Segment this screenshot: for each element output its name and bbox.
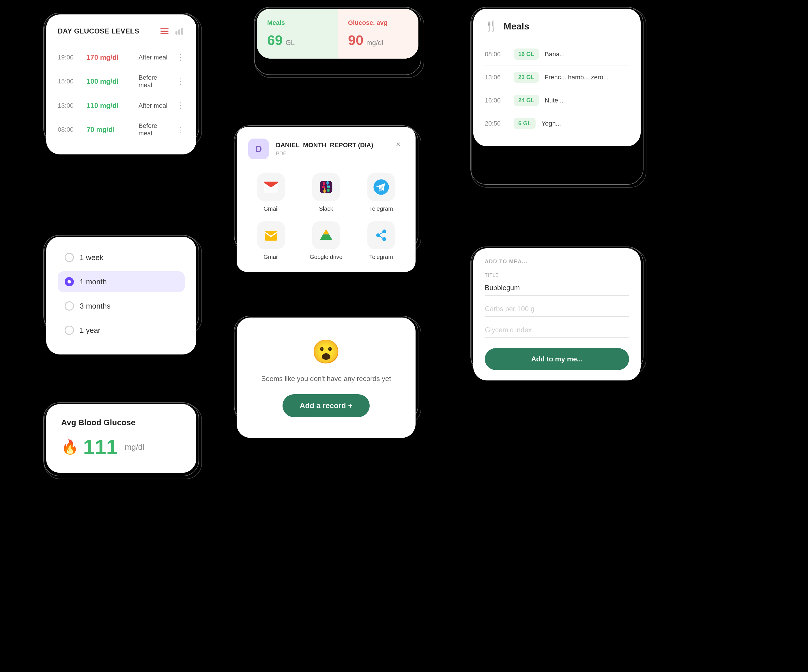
- radio-circle: [65, 277, 74, 286]
- gl-badge: 23 GL: [514, 72, 539, 83]
- empty-text: Seems like you don't have any records ye…: [261, 373, 391, 384]
- svg-rect-2: [160, 33, 169, 34]
- telegram-label: Telegram: [369, 206, 393, 212]
- svg-line-13: [378, 232, 384, 235]
- glucose-time: 15:00: [58, 78, 81, 85]
- share-dialog-card: D DANIEL_MONTH_REPORT (DIA) PDF × Gmail: [237, 127, 416, 272]
- meals-list-title: Meals: [504, 21, 529, 32]
- avg-blood-glucose-card: Avg Blood Glucose 🔥 111 mg/dl: [46, 404, 196, 473]
- avg-card-title: Avg Blood Glucose: [61, 418, 181, 427]
- svg-rect-1: [160, 31, 169, 32]
- glucose-row: 15:00 100 mg/dl Before meal ⋮: [58, 68, 185, 95]
- meals-list-header: 🍴 Meals: [485, 20, 629, 32]
- meal-name: Bana...: [545, 50, 629, 58]
- meal-list-row: 20:50 6 GL Yogh...: [485, 112, 629, 135]
- period-option[interactable]: 1 week: [58, 247, 185, 268]
- telegram-icon-box: [367, 173, 395, 201]
- radio-circle: [65, 301, 74, 311]
- glucose-time: 13:00: [58, 102, 81, 109]
- meal-time: 13:06: [485, 74, 508, 81]
- list-view-icon[interactable]: [159, 26, 170, 36]
- period-label: 1 year: [80, 326, 100, 335]
- glucose-value: 100 mg/dl: [87, 77, 133, 85]
- svg-point-11: [382, 229, 386, 233]
- radio-circle: [65, 326, 74, 335]
- radio-circle: [65, 253, 74, 262]
- share-gmail2-button[interactable]: Gmail: [248, 221, 294, 260]
- svg-line-14: [378, 235, 384, 239]
- carbs-input[interactable]: [485, 301, 629, 317]
- meal-name: Yogh...: [541, 120, 629, 127]
- gmail-icon-box: [257, 173, 285, 201]
- meals-value: 69 GL: [267, 32, 327, 48]
- avg-unit: mg/dl: [125, 443, 144, 452]
- meals-fork-icon: 🍴: [485, 20, 498, 32]
- period-label: 1 month: [80, 277, 107, 286]
- share-slack-button[interactable]: Slack: [303, 173, 349, 212]
- period-options: 1 week 1 month 3 months 1 year: [58, 247, 185, 341]
- meals-unit: GL: [285, 38, 295, 47]
- glucose-card-actions: [159, 26, 185, 36]
- meal-rows-container: 08:00 16 GL Bana... 13:06 23 GL Frenc...…: [485, 43, 629, 135]
- glucose-card-title: DAY GLUCOSE LEVELS: [58, 27, 139, 35]
- gl-badge: 16 GL: [514, 48, 539, 60]
- slack-icon-box: [312, 173, 340, 201]
- glucose-avg-label: Glucose, avg: [348, 19, 408, 27]
- more-options-button[interactable]: ⋮: [177, 101, 185, 110]
- title-input-group: TITLE: [485, 273, 629, 296]
- glucose-row: 13:00 110 mg/dl After meal ⋮: [58, 95, 185, 116]
- glucose-levels-card: DAY GLUCOSE LEVELS 19:00 170 mg/d: [46, 15, 196, 154]
- avg-number: 111: [83, 435, 118, 459]
- share-telegram-button[interactable]: Telegram: [358, 173, 404, 212]
- gmail-label: Gmail: [264, 206, 279, 212]
- meal-label: After meal: [139, 54, 171, 61]
- share-filetype: PDF: [276, 151, 373, 157]
- empty-state-card: 😮 Seems like you don't have any records …: [237, 318, 416, 438]
- period-option[interactable]: 1 year: [58, 320, 185, 341]
- period-label: 1 week: [80, 253, 103, 262]
- share-gdrive-button[interactable]: Google drive: [303, 221, 349, 260]
- bar-chart-icon[interactable]: [174, 26, 185, 36]
- gmail2-label: Gmail: [264, 254, 279, 260]
- glycemic-input[interactable]: [485, 323, 629, 338]
- meals-number: 69: [267, 32, 282, 48]
- title-input[interactable]: [485, 280, 629, 296]
- add-meal-card-title: ADD TO MEA...: [485, 259, 629, 265]
- glucose-time: 19:00: [58, 54, 81, 61]
- more-options-button[interactable]: ⋮: [177, 125, 185, 135]
- period-selector-card: 1 week 1 month 3 months 1 year: [46, 237, 196, 354]
- glucose-row: 19:00 170 mg/dl After meal ⋮: [58, 47, 185, 68]
- glycemic-input-group: [485, 323, 629, 338]
- add-record-button[interactable]: Add a record +: [282, 394, 370, 417]
- carbs-input-group: [485, 301, 629, 317]
- meal-list-row: 13:06 23 GL Frenc... hamb... zero...: [485, 66, 629, 89]
- period-label: 3 months: [80, 302, 110, 311]
- share-info: DANIEL_MONTH_REPORT (DIA) PDF: [276, 142, 373, 157]
- svg-rect-0: [160, 28, 169, 29]
- share-gmail-button[interactable]: Gmail: [248, 173, 294, 212]
- share-telegram2-button[interactable]: Telegram: [358, 221, 404, 260]
- stats-inner: Meals 69 GL Glucose, avg 90 mg/dl: [257, 8, 419, 59]
- meal-name: Nute...: [545, 97, 629, 104]
- glucose-avg-unit: mg/dl: [366, 38, 383, 47]
- meals-list-card: 🍴 Meals 08:00 16 GL Bana... 13:06 23 GL …: [473, 8, 641, 146]
- period-option[interactable]: 1 month: [58, 271, 185, 292]
- close-button[interactable]: ×: [392, 139, 404, 150]
- add-to-my-meals-button[interactable]: Add to my me...: [485, 348, 629, 370]
- period-option[interactable]: 3 months: [58, 296, 185, 316]
- more-options-button[interactable]: ⋮: [177, 77, 185, 86]
- glucose-time: 08:00: [58, 126, 81, 133]
- stats-card: Meals 69 GL Glucose, avg 90 mg/dl: [257, 8, 419, 59]
- svg-rect-7: [320, 181, 332, 193]
- glucose-card-header: DAY GLUCOSE LEVELS: [58, 26, 185, 36]
- gl-badge: 6 GL: [514, 118, 536, 129]
- more-options-button[interactable]: ⋮: [177, 52, 185, 62]
- glucose-value: 170 mg/dl: [87, 53, 133, 62]
- gmail2-icon-box: [257, 221, 285, 249]
- meal-list-row: 08:00 16 GL Bana...: [485, 43, 629, 66]
- meals-label: Meals: [267, 19, 327, 27]
- svg-point-12: [382, 237, 386, 241]
- glucose-rows: 19:00 170 mg/dl After meal ⋮ 15:00 100 m…: [58, 47, 185, 143]
- telegram2-icon-box: [367, 221, 395, 249]
- title-field-label: TITLE: [485, 273, 629, 278]
